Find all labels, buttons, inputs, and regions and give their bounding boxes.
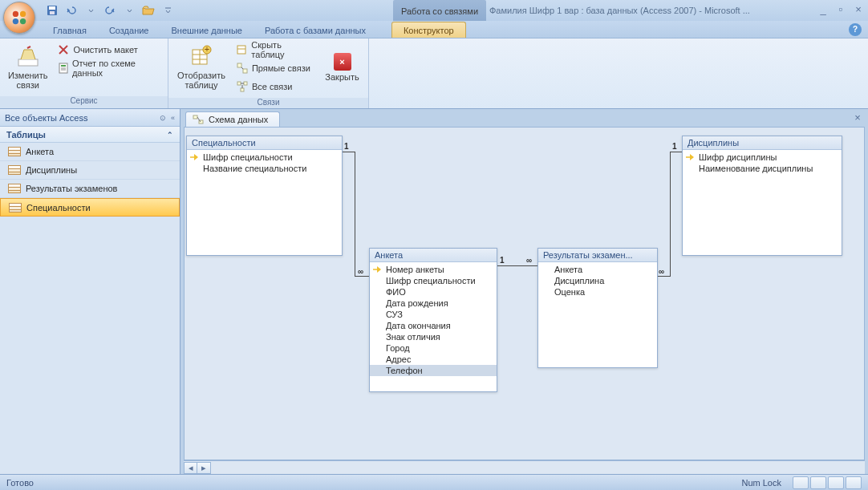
rel-line [670,152,671,277]
table-field[interactable]: Наименование дисциплины [683,163,842,174]
report-icon [57,62,69,75]
show-table-button[interactable]: + Отобразить таблицу [173,41,229,94]
restore-button[interactable]: ▫ [834,3,847,14]
horizontal-scrollbar[interactable]: ◂ ▸ [184,460,865,474]
tab-create[interactable]: Создание [98,22,160,38]
all-links-button[interactable]: Все связи [233,78,318,95]
table-field[interactable]: ФИО [370,286,497,298]
close-icon: × [334,53,351,71]
view-button-3[interactable] [828,476,844,489]
table-field[interactable]: Номер анкеты [370,264,497,275]
close-diagram-button[interactable]: × Закрыть [321,41,363,94]
svg-rect-31 [193,115,197,119]
table-box-header[interactable]: Дисциплины [683,136,842,150]
table-field[interactable]: Знак отличия [370,331,497,342]
table-box-header[interactable]: Результаты экзамен... [538,249,657,262]
table-field[interactable]: Оценка [538,286,657,298]
clear-icon [57,43,70,56]
svg-line-25 [241,67,243,69]
hide-table-label: Скрыть таблицу [251,40,314,59]
table-icon [8,184,21,193]
view-switcher [793,476,862,489]
open-button[interactable] [140,2,157,18]
nav-item-анкета[interactable]: Анкета [0,143,180,161]
direct-links-icon [236,62,249,75]
ribbon-group-service: Изменить связи Очистить макет Отчет по с… [0,38,168,108]
view-button-2[interactable] [810,476,826,489]
table-box-body: Номер анкетыШифр специальностиФИОДата ро… [370,262,497,378]
table-field[interactable]: СУЗ [370,309,497,320]
rel-line [355,152,355,276]
edit-relationships-button[interactable]: Изменить связи [5,41,51,94]
scroll-right-button[interactable]: ▸ [197,462,211,474]
svg-point-2 [13,18,18,24]
svg-rect-23 [237,63,241,67]
redo-button[interactable] [101,2,119,18]
help-icon[interactable]: ? [849,23,862,36]
table-field[interactable]: Город [370,342,497,354]
table-field[interactable]: Адрес [370,354,497,365]
relationship-canvas[interactable]: СпециальностиШифр специальностиНазвание … [184,127,865,460]
tab-home[interactable]: Главная [42,22,98,38]
close-diagram-label: Закрыть [325,72,359,82]
tab-database-tools[interactable]: Работа с базами данных [254,22,377,38]
table-field[interactable]: Дата окончания [370,320,497,331]
nav-header[interactable]: Все объекты Access ⊙ « [0,109,180,127]
table-box-header[interactable]: Специальности [187,136,342,150]
nav-group-tables[interactable]: Таблицы ⌃ [0,127,180,143]
direct-links-button[interactable]: Прямые связи [233,59,318,77]
nav-filter-dropdown-icon[interactable]: ⊙ [160,114,166,122]
table-box-header[interactable]: Анкета [370,249,497,262]
document-close-button[interactable]: × [852,112,863,124]
minimize-button[interactable]: _ [817,3,829,14]
table-box-disciplines[interactable]: ДисциплиныШифр дисциплиныНаименование ди… [682,136,842,256]
all-links-label: Все связи [252,82,292,91]
table-field[interactable]: Дисциплина [538,275,657,286]
window-controls: _ ▫ × [817,3,865,14]
table-icon [8,165,21,175]
document-tab-schema[interactable]: Схема данных [185,111,280,127]
redo-dropdown[interactable] [120,2,138,18]
table-box-specialties[interactable]: СпециальностиШифр специальностиНазвание … [186,136,343,256]
office-button[interactable] [3,2,35,34]
schema-report-button[interactable]: Отчет по схеме данных [54,59,163,77]
table-icon [8,147,21,156]
undo-dropdown[interactable] [82,2,99,18]
table-field[interactable]: Название специальности [187,163,342,174]
tab-external-data[interactable]: Внешние данные [160,22,254,38]
title-bar: Работа со связями Фамилия Шифр 1 вар : б… [0,0,868,21]
ribbon: Изменить связи Очистить макет Отчет по с… [0,38,868,109]
table-field[interactable]: Телефон [370,365,497,376]
hide-table-button[interactable]: Скрыть таблицу [233,41,318,59]
view-button-4[interactable] [846,476,862,489]
nav-item-дисциплины[interactable]: Дисциплины [0,161,180,180]
document-tab-label: Схема данных [209,115,268,124]
table-box-results[interactable]: Результаты экзамен...АнкетаДисциплинаОце… [537,248,658,368]
svg-rect-21 [237,46,245,54]
svg-rect-28 [241,88,244,91]
all-links-icon [236,80,249,93]
quick-access-toolbar [43,2,176,18]
clear-layout-button[interactable]: Очистить макет [54,41,163,59]
rel-cardinality-many: ∞ [659,267,664,276]
nav-item-результаты-экзаменов[interactable]: Результаты экзаменов [0,180,180,198]
rel-cardinality-one: 1 [672,142,677,151]
nav-collapse-icon[interactable]: « [171,114,175,122]
table-field[interactable]: Шифр дисциплины [683,152,842,163]
table-box-anketa[interactable]: АнкетаНомер анкетыШифр специальностиФИОД… [369,248,497,392]
svg-rect-27 [244,82,247,85]
table-field[interactable]: Шифр специальности [370,275,497,286]
table-field[interactable]: Шифр специальности [187,152,342,163]
undo-button[interactable] [63,2,80,18]
rel-cardinality-many: ∞ [526,256,532,265]
rel-line [658,276,670,277]
view-button-1[interactable] [793,476,809,489]
scroll-left-button[interactable]: ◂ [184,462,197,474]
table-field[interactable]: Анкета [538,264,657,275]
table-field[interactable]: Дата рождения [370,298,497,309]
close-window-button[interactable]: × [852,3,865,14]
save-button[interactable] [43,2,61,18]
tab-designer[interactable]: Конструктор [391,22,466,38]
qat-customize-dropdown[interactable] [159,2,176,18]
nav-item-специальности[interactable]: Специальности [0,198,180,217]
